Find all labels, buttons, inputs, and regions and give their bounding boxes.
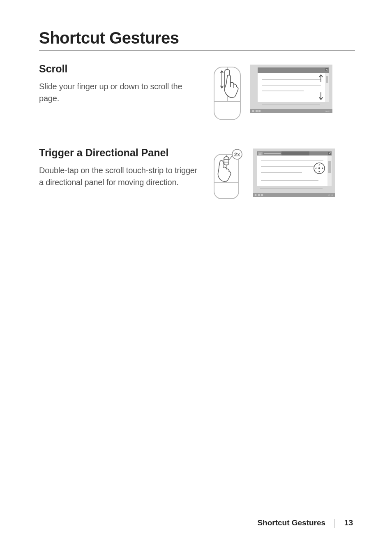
svg-point-45 <box>255 194 257 196</box>
section-heading: Scroll <box>39 63 199 75</box>
scroll-mouse-icon <box>212 65 243 122</box>
doubletap-mouse-icon: 2x <box>212 149 245 201</box>
svg-rect-7 <box>258 67 329 73</box>
section-body: Slide your finger up or down to scroll t… <box>39 81 199 104</box>
svg-rect-31 <box>264 153 281 154</box>
section-body: Double-tap on the scroll touch-strip to … <box>39 165 199 188</box>
svg-rect-16 <box>250 109 332 113</box>
svg-rect-19 <box>258 110 261 112</box>
svg-rect-32 <box>281 151 309 155</box>
svg-rect-18 <box>256 110 258 112</box>
svg-rect-36 <box>328 161 331 173</box>
page-title: Shortcut Gestures <box>39 29 355 51</box>
svg-rect-44 <box>253 193 335 197</box>
page-footer: Shortcut Gestures | 13 <box>257 518 353 528</box>
taskbar-time: 10:12 <box>325 110 330 113</box>
footer-separator: | <box>334 518 336 528</box>
svg-point-17 <box>252 110 254 112</box>
section-illustrations: 2x e <box>212 147 355 201</box>
svg-rect-11 <box>326 76 328 83</box>
taskbar-time: 10:12 <box>327 194 333 197</box>
svg-rect-46 <box>258 194 260 196</box>
footer-title: Shortcut Gestures <box>257 518 325 527</box>
section-heading: Trigger a Directional Panel <box>39 147 199 159</box>
svg-rect-23 <box>224 157 229 165</box>
svg-rect-9 <box>258 73 329 102</box>
scroll-screen-icon: 10:12 <box>250 65 332 113</box>
directional-panel-icon <box>314 163 325 174</box>
footer-page-number: 13 <box>344 518 353 527</box>
doubletap-label: 2x <box>234 151 240 158</box>
svg-point-42 <box>318 167 320 169</box>
svg-rect-47 <box>261 194 263 196</box>
section-scroll: Scroll Slide your finger up or down to s… <box>39 63 355 122</box>
document-page: Shortcut Gestures Scroll Slide your fing… <box>0 0 392 557</box>
section-text: Trigger a Directional Panel Double-tap o… <box>39 147 199 188</box>
section-directional-panel: Trigger a Directional Panel Double-tap o… <box>39 147 355 201</box>
directional-screen-icon: e <box>253 149 335 197</box>
section-illustrations: 10:12 <box>212 63 355 122</box>
section-text: Scroll Slide your finger up or down to s… <box>39 63 199 104</box>
